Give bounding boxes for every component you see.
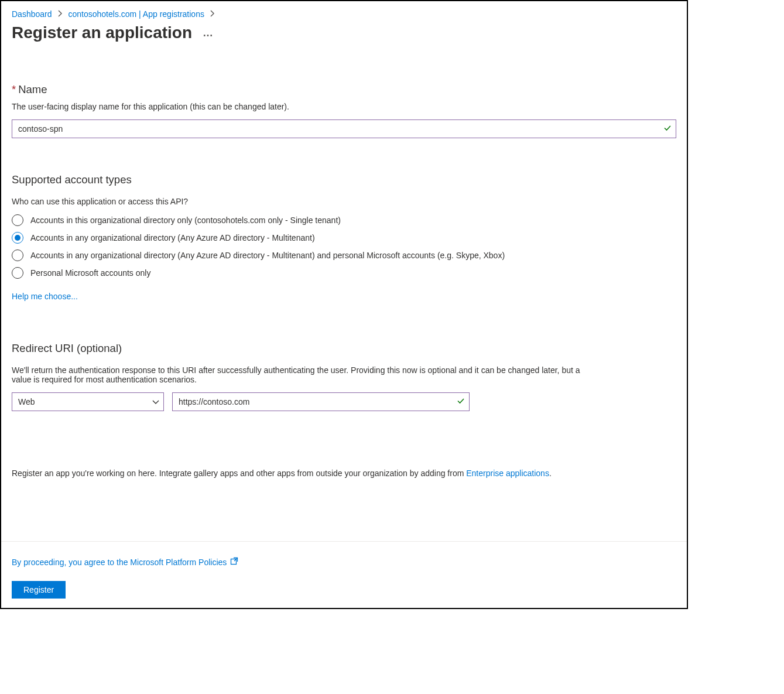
policy-line: By proceeding, you agree to the Microsof… xyxy=(12,557,676,567)
name-input[interactable] xyxy=(12,119,676,138)
help-me-choose-link[interactable]: Help me choose... xyxy=(12,292,78,301)
account-type-option-label: Accounts in any organizational directory… xyxy=(30,233,315,242)
integrate-note-prefix: Register an app you're working on here. … xyxy=(12,469,466,478)
platform-select[interactable]: Web xyxy=(12,392,164,411)
name-input-wrap xyxy=(12,119,676,138)
account-type-option-label: Accounts in this organizational director… xyxy=(30,216,341,225)
redirect-uri-description: We'll return the authentication response… xyxy=(12,365,597,384)
breadcrumb-app-registrations[interactable]: contosohotels.com | App registrations xyxy=(69,9,204,19)
breadcrumb: Dashboard contosohotels.com | App regist… xyxy=(12,9,676,19)
platform-policies-link[interactable]: By proceeding, you agree to the Microsof… xyxy=(12,558,227,567)
account-types-radio-group: Accounts in this organizational director… xyxy=(12,214,676,279)
radio-icon xyxy=(12,249,23,261)
account-type-option-3[interactable]: Personal Microsoft accounts only xyxy=(12,267,676,279)
account-types-section: Supported account types Who can use this… xyxy=(12,173,676,301)
enterprise-applications-link[interactable]: Enterprise applications xyxy=(466,469,549,478)
redirect-uri-input-wrap xyxy=(172,392,470,411)
account-types-heading: Supported account types xyxy=(12,173,676,186)
breadcrumb-dashboard[interactable]: Dashboard xyxy=(12,9,52,19)
chevron-right-icon xyxy=(58,9,63,19)
radio-icon xyxy=(12,214,23,226)
redirect-uri-input[interactable] xyxy=(172,392,470,411)
footer: By proceeding, you agree to the Microsof… xyxy=(1,541,687,599)
required-asterisk: * xyxy=(12,83,16,95)
chevron-right-icon xyxy=(210,9,215,19)
name-label: Name xyxy=(18,83,47,95)
radio-icon xyxy=(12,267,23,279)
account-type-option-1[interactable]: Accounts in any organizational directory… xyxy=(12,232,676,244)
integrate-note-suffix: . xyxy=(549,469,552,478)
redirect-uri-row: Web xyxy=(12,392,676,411)
page-title: Register an application … xyxy=(12,23,676,42)
platform-select-value: Web xyxy=(12,392,164,411)
name-section: *Name The user-facing display name for t… xyxy=(12,83,676,138)
name-label-row: *Name xyxy=(12,83,676,96)
external-link-icon xyxy=(230,557,238,567)
account-types-question: Who can use this application or access t… xyxy=(12,197,676,206)
page-title-text: Register an application xyxy=(12,23,192,42)
redirect-uri-section: Redirect URI (optional) We'll return the… xyxy=(12,342,676,411)
integrate-note: Register an app you're working on here. … xyxy=(12,469,676,478)
more-actions-button[interactable]: … xyxy=(203,27,214,39)
account-type-option-2[interactable]: Accounts in any organizational directory… xyxy=(12,249,676,261)
register-button[interactable]: Register xyxy=(12,581,66,599)
redirect-uri-heading: Redirect URI (optional) xyxy=(12,342,676,355)
divider xyxy=(1,541,687,542)
name-description: The user-facing display name for this ap… xyxy=(12,102,676,111)
radio-icon xyxy=(12,232,23,244)
account-type-option-label: Personal Microsoft accounts only xyxy=(30,268,150,278)
account-type-option-label: Accounts in any organizational directory… xyxy=(30,251,505,260)
account-type-option-0[interactable]: Accounts in this organizational director… xyxy=(12,214,676,226)
